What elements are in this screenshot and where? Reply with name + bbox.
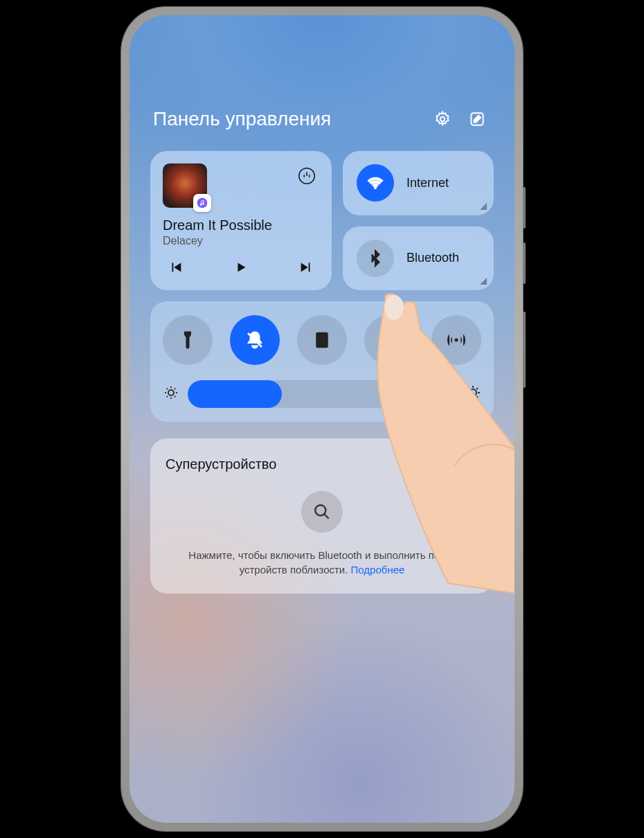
media-player-card[interactable]: Dream It Possible Delacey [150,151,332,290]
screen: Панель управления [129,15,515,823]
broadcast-icon [446,330,467,350]
brightness-fill [188,380,282,408]
play-pause-button[interactable] [233,260,249,278]
internet-label: Internet [406,176,449,190]
flashlight-icon [177,330,198,350]
hotspot-toggle[interactable] [431,315,481,365]
hint-text: Нажмите, чтобы включить Bluetooth и выпо… [188,549,455,576]
track-title: Dream It Possible [163,217,319,233]
expand-indicator-icon [480,203,487,210]
album-art [163,163,207,208]
music-app-badge [193,194,211,212]
close-icon [463,455,478,470]
super-device-title: Суперустройство [166,456,276,472]
skip-previous-icon [168,260,184,275]
volume-up-button[interactable] [523,187,526,229]
svg-point-4 [202,203,204,205]
svg-point-2 [197,198,208,208]
flashlight-toggle[interactable] [163,315,213,365]
next-track-button[interactable] [298,260,314,278]
expand-indicator-icon [480,278,487,285]
do-not-disturb-toggle[interactable] [230,315,280,365]
internet-toggle[interactable]: Internet [343,151,494,215]
skip-next-icon [298,260,314,275]
bluetooth-icon [357,240,394,277]
bell-off-icon [244,330,265,350]
track-artist: Delacey [163,235,319,247]
svg-point-0 [440,117,445,122]
svg-point-7 [455,339,458,342]
play-icon [233,260,249,275]
quick-settings-panel [150,301,494,422]
audio-cast-icon [296,166,317,186]
svg-rect-6 [316,332,328,348]
super-device-card: Суперустройство Нажмите, чтобы включить … [150,438,494,594]
bluetooth-label: Bluetooth [406,251,459,265]
music-note-icon [197,197,208,208]
close-button[interactable] [463,455,478,473]
edit-icon [468,110,486,128]
brightness-slider[interactable] [188,380,456,408]
brightness-high-icon [465,384,481,404]
search-devices-button[interactable] [301,491,343,533]
edit-button[interactable] [463,105,491,133]
svg-point-3 [200,204,202,206]
svg-point-10 [315,505,325,515]
screenshot-icon [379,330,400,350]
quick-toggle-3[interactable] [297,315,347,365]
device-icon [312,330,332,350]
settings-button[interactable] [429,105,456,133]
power-button[interactable] [523,312,526,388]
svg-point-9 [469,389,476,396]
gear-icon [433,110,451,128]
svg-point-8 [168,390,174,395]
page-title: Панель управления [153,108,422,130]
wifi-icon [357,164,394,202]
brightness-slider-row [163,380,481,408]
audio-output-button[interactable] [294,163,319,188]
control-panel-header: Панель управления [150,105,494,133]
screenshot-toggle[interactable] [364,315,414,365]
previous-track-button[interactable] [168,260,184,278]
search-icon [313,503,331,521]
volume-down-button[interactable] [523,242,526,284]
brightness-low-icon [163,384,179,404]
bluetooth-toggle[interactable]: Bluetooth [343,226,494,291]
super-device-hint: Нажмите, чтобы включить Bluetooth и выпо… [166,548,478,577]
hint-link[interactable]: Подробнее [351,564,405,576]
phone-frame: Панель управления [121,7,523,831]
